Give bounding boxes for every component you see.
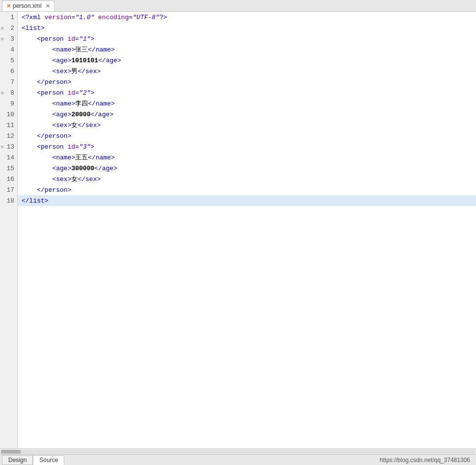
xml-text-token: 女: [71, 175, 78, 183]
line-number: 12: [0, 130, 17, 141]
line-number: 7: [0, 77, 17, 87]
xml-bracket-token: <: [22, 25, 26, 32]
xml-bracket-token: </: [37, 132, 45, 140]
xml-bracket-token: >: [117, 57, 121, 64]
xml-bracket-token: =: [75, 89, 79, 97]
fold-indicator[interactable]: ⊟: [1, 90, 3, 96]
code-content[interactable]: <?xml version="1.0" encoding="UTF-8"?><l…: [18, 12, 476, 448]
xml-tag-token: name: [96, 100, 111, 107]
line-number: 18: [0, 195, 17, 206]
code-line: </list>: [18, 195, 476, 206]
xml-tag-token: person: [45, 78, 68, 86]
line-number: 16: [0, 174, 17, 184]
xml-tag-token: name: [96, 46, 111, 53]
tab-bar: ✕ person.xml ✕: [0, 0, 476, 12]
line-number: 6: [0, 66, 17, 77]
xml-attr-name-token: id: [68, 143, 76, 151]
xml-bracket-token: >: [68, 122, 72, 129]
xml-bracket-token: </: [78, 176, 85, 183]
xml-bracket-token: >: [68, 78, 72, 86]
fold-indicator[interactable]: ⊟: [1, 144, 3, 150]
code-line: <name>张三</name>: [18, 44, 476, 55]
line-number: 11: [0, 120, 17, 130]
code-line: </person>: [18, 184, 476, 195]
xml-text-token: 张三: [75, 45, 88, 54]
xml-tag-token: person: [45, 186, 68, 194]
xml-bracket-token: >: [41, 25, 45, 32]
design-tab[interactable]: Design: [2, 455, 33, 465]
xml-attr-value-token: "UTF-8": [132, 14, 159, 21]
scrollbar-thumb[interactable]: [1, 450, 21, 454]
xml-tag-token: sex: [85, 122, 97, 129]
xml-tag-token: age: [102, 165, 113, 172]
xml-tag-token: sex: [56, 122, 67, 129]
code-line: <age>20000</age>: [18, 109, 476, 120]
xml-bracket-token: </: [78, 68, 85, 75]
xml-bracket-token: </: [37, 186, 45, 194]
xml-attr-name-token: id: [68, 89, 76, 97]
xml-tag-token: age: [56, 111, 67, 118]
code-line: </person>: [18, 130, 476, 141]
file-tab[interactable]: ✕ person.xml ✕: [2, 0, 54, 11]
xml-attr-name-token: id: [68, 35, 76, 43]
tab-filename: person.xml: [13, 2, 42, 9]
xml-bracket-token: </: [88, 100, 96, 107]
xml-text-token: 王五: [75, 153, 88, 162]
source-tab[interactable]: Source: [33, 455, 64, 465]
xml-tag-token: sex: [85, 68, 97, 75]
horizontal-scrollbar[interactable]: [0, 448, 476, 454]
xml-bracket-token: <: [52, 176, 56, 183]
xml-tag-token: age: [56, 57, 67, 64]
xml-attr-name-token: encoding: [98, 14, 129, 21]
xml-bracket-token: >: [68, 57, 72, 64]
line-number: 14: [0, 152, 17, 163]
line-numbers: 1⊟2⊟34567⊟89101112⊟131415161718: [0, 12, 18, 448]
editor-area: 1⊟2⊟34567⊟89101112⊟131415161718 <?xml ve…: [0, 12, 476, 448]
xml-bracket-token: >: [68, 186, 72, 194]
line-number: 5: [0, 55, 17, 66]
tab-close-button[interactable]: ✕: [46, 3, 50, 9]
xml-bracket-token: <: [52, 68, 56, 75]
xml-bracket-token: >: [111, 100, 115, 107]
xml-bracket-token: </: [37, 78, 45, 86]
xml-bracket-token: <: [52, 165, 56, 172]
xml-tag-token: person: [41, 35, 64, 43]
xml-bracket-token: <: [37, 89, 41, 97]
xml-bracket-token: >: [113, 165, 117, 172]
xml-tag-token: list: [26, 25, 41, 32]
fold-indicator[interactable]: ⊟: [1, 26, 3, 31]
xml-bracket-token: >: [45, 197, 49, 205]
xml-bracket-token: </: [90, 111, 98, 118]
code-line: <person id="1">: [18, 33, 476, 44]
xml-attr-value-token: "2": [79, 89, 90, 97]
xml-bracket-token: >: [71, 100, 75, 107]
code-line: <sex>女</sex>: [18, 174, 476, 184]
xml-pi-token: [94, 14, 98, 21]
line-number: 15: [0, 163, 17, 174]
xml-text-token: 女: [71, 121, 78, 129]
line-number: ⊟3: [0, 33, 17, 44]
xml-tag-token: age: [106, 57, 117, 64]
xml-tag-token: age: [56, 165, 67, 172]
code-line: <age>300000</age>: [18, 163, 476, 174]
xml-bracket-token: >: [90, 89, 94, 97]
xml-bracket-token: >: [97, 68, 101, 75]
xml-bracket-token: <: [52, 57, 56, 64]
xml-bracket-token: </: [94, 165, 102, 172]
xml-bracket-token: =: [75, 143, 79, 151]
xml-bracket-token: >: [111, 154, 115, 161]
code-line: <sex>男</sex>: [18, 66, 476, 77]
xml-bracket-token: >: [68, 176, 72, 183]
xml-pi-token: <?xml: [22, 14, 45, 21]
xml-number-token: 300000: [71, 165, 94, 172]
code-line: <sex>女</sex>: [18, 120, 476, 130]
fold-indicator[interactable]: ⊟: [1, 36, 3, 42]
xml-attr-name-token: version: [45, 14, 72, 21]
xml-bracket-token: </: [22, 197, 29, 205]
xml-bracket-token: >: [109, 111, 113, 118]
xml-attr-value-token: "1.0": [75, 14, 94, 21]
scrollbar-track[interactable]: [1, 450, 475, 454]
xml-bracket-token: <: [37, 143, 41, 151]
xml-tag-token: name: [56, 154, 71, 161]
xml-bracket-token: >: [68, 165, 72, 172]
